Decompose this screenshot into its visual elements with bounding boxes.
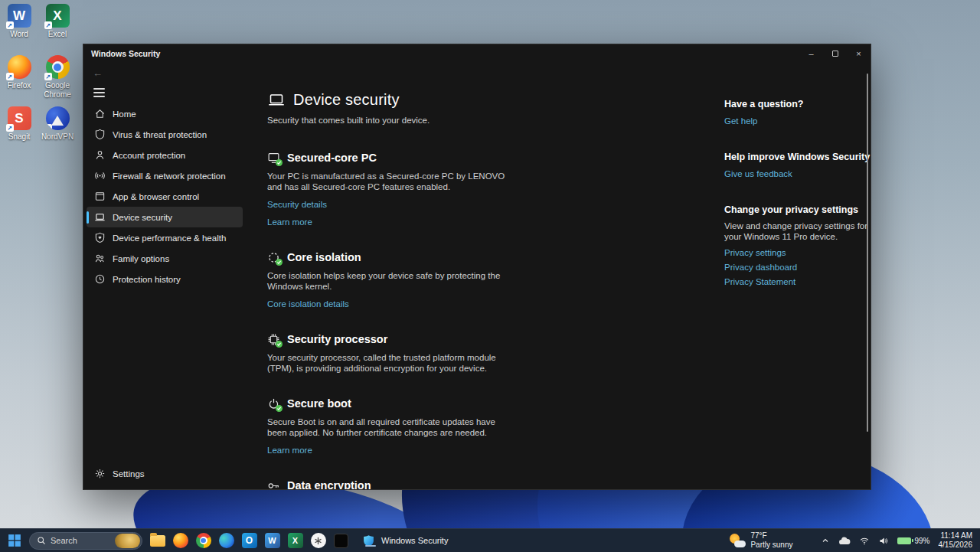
help-panel: Have a question? Get help Help improve W… — [724, 98, 871, 312]
sidebar-item-label: Home — [113, 109, 136, 119]
battery-percent: 99% — [914, 537, 929, 545]
windows-security-window: Windows Security – × ← Home Virus & thre… — [83, 44, 871, 490]
learn-more-link[interactable]: Learn more — [267, 445, 516, 456]
wifi-icon[interactable] — [859, 536, 870, 546]
give-us-feedback-link[interactable]: Give us feedback — [724, 168, 871, 179]
sidebar-item-settings[interactable]: Settings — [87, 463, 243, 484]
hidden-icons-chevron[interactable] — [821, 536, 830, 545]
status-ok-icon — [276, 259, 283, 266]
back-button[interactable]: ← — [93, 66, 108, 80]
desktop-icon-nordvpn[interactable]: NordVPN — [38, 104, 77, 155]
excel-taskbar-icon[interactable]: X — [287, 533, 303, 549]
taskbar: O W X Windows Security 77°F Pa — [0, 528, 980, 552]
learn-more-link[interactable]: Learn more — [267, 217, 516, 227]
firefox-taskbar-icon[interactable] — [172, 533, 188, 549]
file-explorer-icon[interactable] — [149, 533, 165, 549]
desktop: W Word X Excel Firefox Google Chrome S S… — [0, 0, 980, 552]
secure-boot-icon — [267, 397, 280, 410]
desktop-icon-grid: W Word X Excel Firefox Google Chrome S S… — [0, 2, 77, 155]
taskbar-search[interactable] — [29, 532, 142, 550]
section-body: Your security processor, called the trus… — [267, 352, 516, 374]
sidebar-item-label: Family options — [113, 254, 169, 263]
volume-icon[interactable] — [878, 536, 889, 546]
desktop-icon-label: Google Chrome — [38, 81, 77, 99]
minimize-button[interactable]: – — [799, 44, 823, 63]
get-help-link[interactable]: Get help — [724, 116, 871, 126]
sidebar-item-label: Settings — [113, 469, 145, 479]
secured-core-pc-icon — [267, 152, 280, 165]
status-ok-icon — [276, 159, 283, 166]
clock-time: 11:14 AM — [940, 531, 972, 541]
section-body: Your PC is manufactured as a Secured-cor… — [267, 171, 516, 192]
sidebar-item-virus-threat-protection[interactable]: Virus & threat protection — [87, 124, 243, 145]
sidebar-item-account-protection[interactable]: Account protection — [87, 145, 243, 165]
sidebar-item-family-options[interactable]: Family options — [87, 248, 243, 269]
window-scrollbar[interactable] — [867, 73, 868, 432]
start-button[interactable] — [6, 533, 22, 549]
sidebar-item-firewall-network-protection[interactable]: Firewall & network protection — [87, 165, 243, 186]
sidebar-item-home[interactable]: Home — [87, 103, 243, 124]
chrome-taskbar-icon[interactable] — [195, 533, 211, 549]
person-icon — [94, 149, 106, 161]
desktop-icon-snagit[interactable]: S Snagit — [0, 104, 38, 155]
have-a-question-group: Have a question? Get help — [724, 98, 871, 126]
chatgpt-taskbar-icon[interactable] — [310, 533, 326, 549]
aside-body: View and change privacy settings for you… — [724, 220, 871, 242]
titlebar: Windows Security – × — [83, 44, 871, 63]
network-signal-icon — [94, 170, 106, 181]
onedrive-cloud-icon[interactable] — [838, 536, 851, 545]
word-icon: W — [8, 4, 31, 28]
taskbar-app-label: Windows Security — [381, 536, 448, 545]
section-title: Data encryption — [287, 479, 371, 490]
app-window-icon — [94, 191, 106, 202]
home-icon — [94, 108, 106, 119]
security-details-link[interactable]: Security details — [267, 199, 516, 210]
main-content: Device security Security that comes buil… — [267, 63, 516, 490]
desktop-icon-label: Snagit — [8, 132, 30, 142]
core-isolation-details-link[interactable]: Core isolation details — [267, 299, 516, 309]
section-body: Core isolation helps keep your device sa… — [267, 270, 516, 292]
search-icon — [37, 536, 46, 545]
sidebar-item-label: Account protection — [113, 151, 185, 160]
section-security-processor: Security processor Your security process… — [267, 332, 516, 374]
privacy-dashboard-link[interactable]: Privacy dashboard — [724, 262, 871, 273]
sidebar-item-device-security[interactable]: Device security — [87, 207, 243, 227]
privacy-settings-link[interactable]: Privacy settings — [724, 247, 871, 258]
desktop-icon-google-chrome[interactable]: Google Chrome — [38, 53, 77, 104]
device-health-icon — [94, 232, 106, 243]
taskbar-app-windows-security[interactable]: Windows Security — [356, 534, 454, 548]
terminal-taskbar-icon[interactable] — [333, 533, 349, 549]
search-highlight-image[interactable] — [115, 534, 140, 548]
word-taskbar-icon[interactable]: W — [264, 533, 280, 549]
sidebar-item-label: Virus & threat protection — [113, 130, 207, 139]
hamburger-menu-icon[interactable] — [93, 88, 105, 97]
chrome-icon — [46, 55, 70, 79]
security-processor-icon — [267, 333, 280, 346]
section-title: Security processor — [287, 333, 387, 345]
firefox-icon — [8, 55, 31, 79]
taskbar-clock[interactable]: 11:14 AM 4/15/2026 — [939, 531, 973, 550]
battery-indicator[interactable]: 99% — [897, 537, 929, 545]
desktop-icon-excel[interactable]: X Excel — [38, 2, 77, 53]
search-input[interactable] — [51, 536, 110, 545]
maximize-button[interactable] — [823, 44, 847, 63]
privacy-statement-link[interactable]: Privacy Statement — [724, 276, 871, 287]
weather-widget[interactable]: 77°F Partly sunny — [729, 531, 792, 550]
section-secure-boot: Secure boot Secure Boot is on and all re… — [267, 396, 516, 456]
sidebar-item-device-performance-health[interactable]: Device performance & health — [87, 227, 243, 248]
clock-date: 4/15/2026 — [939, 541, 973, 550]
sidebar: Home Virus & threat protection Account p… — [83, 103, 246, 289]
outlook-taskbar-icon[interactable]: O — [241, 533, 257, 549]
section-core-isolation: Core isolation Core isolation helps keep… — [267, 250, 516, 309]
sidebar-item-app-browser-control[interactable]: App & browser control — [87, 186, 243, 207]
page-subtitle: Security that comes built into your devi… — [267, 116, 516, 125]
close-button[interactable]: × — [847, 44, 871, 63]
desktop-icon-word[interactable]: W Word — [0, 2, 38, 53]
edge-taskbar-icon[interactable] — [218, 533, 234, 549]
sidebar-item-protection-history[interactable]: Protection history — [87, 269, 243, 289]
nordvpn-icon — [46, 106, 70, 130]
desktop-icon-label: Excel — [48, 30, 67, 39]
section-title: Core isolation — [287, 251, 361, 263]
desktop-icon-label: Firefox — [8, 81, 31, 90]
desktop-icon-firefox[interactable]: Firefox — [0, 53, 38, 104]
